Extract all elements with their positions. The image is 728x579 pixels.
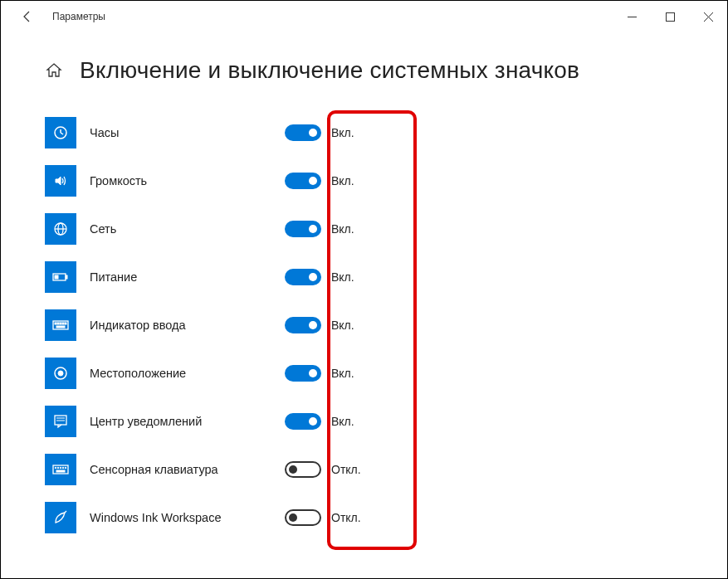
toggle-wrap: Откл. (285, 509, 361, 526)
back-button[interactable] (11, 1, 44, 32)
svg-rect-31 (56, 470, 65, 472)
window-controls (613, 1, 727, 32)
toggle-state-label: Вкл. (331, 174, 354, 187)
svg-rect-18 (65, 323, 66, 324)
item-label: Сенсорная клавиатура (90, 463, 285, 476)
toggle-wrap: Вкл. (285, 173, 354, 189)
item-row-globe: СетьВкл. (45, 205, 727, 253)
svg-rect-1 (666, 12, 674, 21)
item-label: Питание (90, 270, 285, 284)
toggle-state-label: Вкл. (331, 367, 354, 380)
page-title: Включение и выключение системных значков (80, 57, 579, 84)
item-row-volume: ГромкостьВкл. (45, 157, 727, 205)
content-area: Включение и выключение системных значков… (1, 57, 727, 542)
minimize-button[interactable] (613, 1, 651, 32)
svg-point-28 (60, 467, 61, 469)
item-label: Индикатор ввода (90, 319, 285, 332)
svg-rect-16 (60, 323, 61, 324)
svg-point-26 (55, 467, 56, 469)
toggle-globe[interactable] (285, 221, 321, 237)
item-label: Сеть (90, 222, 285, 236)
item-row-ink: Windows Ink WorkspaceОткл. (45, 494, 727, 542)
item-label: Центр уведомлений (90, 415, 285, 428)
toggle-wrap: Вкл. (285, 221, 354, 237)
svg-rect-17 (62, 323, 64, 324)
close-button[interactable] (689, 1, 727, 32)
svg-point-27 (57, 467, 59, 469)
toggle-state-label: Откл. (331, 511, 361, 524)
toggle-touch-keyboard[interactable] (285, 461, 321, 478)
clock-icon (45, 117, 76, 148)
window-title: Параметры (52, 11, 105, 22)
item-label: Windows Ink Workspace (90, 511, 285, 524)
keyboard-icon (45, 309, 76, 341)
toggle-location[interactable] (285, 365, 321, 382)
toggle-wrap: Вкл. (285, 317, 354, 333)
toggle-wrap: Вкл. (285, 124, 354, 141)
notifications-icon (45, 406, 76, 437)
svg-point-30 (65, 467, 66, 469)
toggle-clock[interactable] (285, 124, 321, 141)
toggle-state-label: Вкл. (331, 222, 354, 236)
toggle-volume[interactable] (285, 173, 321, 189)
item-row-notifications: Центр уведомленийВкл. (45, 397, 727, 445)
battery-icon (45, 261, 76, 293)
maximize-button[interactable] (651, 1, 689, 32)
toggle-keyboard[interactable] (285, 317, 321, 333)
toggle-wrap: Вкл. (285, 413, 354, 430)
svg-line-6 (61, 133, 63, 134)
svg-rect-15 (57, 323, 59, 324)
items-list: ЧасыВкл.ГромкостьВкл.СетьВкл.ПитаниеВкл.… (45, 109, 727, 542)
svg-point-29 (62, 467, 64, 469)
svg-rect-11 (66, 275, 67, 279)
svg-line-32 (65, 511, 66, 513)
heading-row: Включение и выключение системных значков (45, 57, 727, 84)
item-label: Местоположение (90, 367, 285, 380)
touch-keyboard-icon (45, 454, 76, 485)
volume-icon (45, 165, 76, 197)
svg-rect-12 (55, 275, 58, 279)
titlebar: Параметры (1, 1, 727, 32)
toggle-ink[interactable] (285, 509, 321, 526)
location-icon (45, 358, 76, 389)
ink-icon (45, 502, 76, 533)
toggle-state-label: Вкл. (331, 319, 354, 332)
toggle-wrap: Вкл. (285, 365, 354, 382)
item-row-battery: ПитаниеВкл. (45, 253, 727, 301)
svg-rect-19 (56, 326, 65, 328)
globe-icon (45, 213, 76, 245)
item-label: Часы (90, 126, 285, 139)
item-row-location: МестоположениеВкл. (45, 349, 727, 397)
toggle-battery[interactable] (285, 269, 321, 285)
toggle-notifications[interactable] (285, 413, 321, 430)
item-row-touch-keyboard: Сенсорная клавиатураОткл. (45, 445, 727, 494)
home-icon[interactable] (45, 61, 63, 80)
item-row-clock: ЧасыВкл. (45, 109, 727, 157)
toggle-state-label: Вкл. (331, 415, 354, 428)
toggle-wrap: Откл. (285, 461, 361, 478)
item-label: Громкость (90, 174, 285, 187)
svg-point-21 (58, 371, 63, 376)
toggle-state-label: Откл. (331, 463, 361, 476)
toggle-wrap: Вкл. (285, 269, 354, 285)
toggle-state-label: Вкл. (331, 126, 354, 139)
toggle-state-label: Вкл. (331, 270, 354, 284)
svg-rect-14 (55, 323, 56, 324)
item-row-keyboard: Индикатор вводаВкл. (45, 301, 727, 349)
